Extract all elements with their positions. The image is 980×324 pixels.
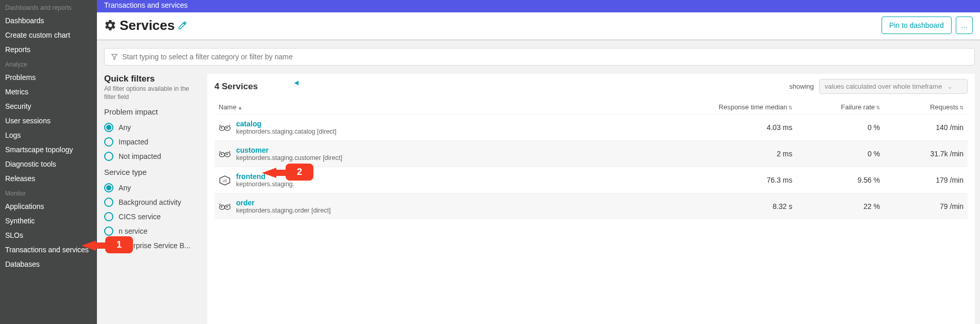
sidebar-item-smartscape[interactable]: Smartscape topology [0, 142, 97, 157]
sidebar-section-dashboards: Dashboards and reports [0, 0, 97, 13]
svg-marker-0 [112, 54, 118, 59]
sidebar-item-problems[interactable]: Problems [0, 70, 97, 85]
breadcrumb[interactable]: Transactions and services [104, 1, 188, 9]
collapse-filters-icon[interactable]: ◄ [293, 78, 300, 87]
sort-icon: ⇅ [788, 105, 792, 110]
edit-icon[interactable] [178, 21, 187, 30]
sidebar-section-monitor: Monitor [0, 186, 97, 199]
service-requests: 79 /min [880, 202, 968, 210]
services-header: 4 Services showing values calculated ove… [214, 79, 968, 94]
service-link[interactable]: customer [236, 146, 689, 154]
svg-point-13 [221, 206, 222, 207]
service-subtitle: keptnorders.staging.customer [direct] [236, 154, 689, 161]
svg-point-7 [221, 154, 222, 155]
radio-icon [104, 212, 113, 221]
page-header: Services Pin to dashboard … [97, 12, 980, 41]
service-link[interactable]: frontend [236, 172, 689, 181]
svg-point-8 [227, 154, 228, 155]
sidebar-item-dashboards[interactable]: Dashboards [0, 13, 97, 28]
filter-input[interactable] [122, 53, 968, 61]
sidebar-item-metrics[interactable]: Metrics [0, 85, 97, 99]
service-name-group: orderkeptnorders.staging.order [direct] [236, 199, 689, 214]
table-row[interactable]: JSfrontendkeptnorders.staging.76.3 ms9.5… [214, 167, 968, 193]
radio-not-impacted[interactable]: Not impacted [104, 149, 202, 164]
sidebar-item-security[interactable]: Security [0, 99, 97, 114]
col-response-time[interactable]: Response time median⇅ [689, 103, 792, 111]
service-type-icon [218, 148, 232, 159]
svg-text:JS: JS [223, 179, 227, 183]
sidebar-item-synthetic[interactable]: Synthetic [0, 214, 97, 228]
radio-type-esb[interactable]: Enterprise Service B... [104, 238, 202, 253]
col-requests[interactable]: Requests⇅ [880, 103, 968, 111]
quick-filters: Quick filters All filter options availab… [104, 74, 202, 324]
sidebar-item-releases[interactable]: Releases [0, 171, 97, 186]
quick-filters-subtitle: All filter options available in the filt… [104, 85, 202, 101]
service-failure-rate: 22 % [792, 202, 880, 210]
radio-impacted[interactable]: Impacted [104, 135, 202, 149]
radio-any-impact[interactable]: Any [104, 120, 202, 135]
sidebar: Dashboards and reports Dashboards Create… [0, 0, 97, 324]
more-button[interactable]: … [956, 17, 973, 34]
table-row[interactable]: catalogkeptnorders.staging.catalog [dire… [214, 114, 968, 140]
radio-type-cics[interactable]: CICS service [104, 209, 202, 224]
sidebar-item-diagnostic[interactable]: Diagnostic tools [0, 157, 97, 171]
showing-select[interactable]: values calculated over whole timeframe ⌄ [819, 79, 968, 94]
radio-icon [104, 152, 113, 161]
services-panel: 4 Services showing values calculated ove… [207, 74, 975, 324]
radio-type-any[interactable]: Any [104, 181, 202, 195]
service-name-group: catalogkeptnorders.staging.catalog [dire… [236, 120, 689, 135]
col-failure-rate[interactable]: Failure rate⇅ [792, 103, 880, 111]
radio-type-n-service[interactable]: n service [104, 224, 202, 238]
service-requests: 179 /min [880, 176, 968, 184]
filter-bar [104, 48, 975, 66]
service-subtitle: keptnorders.staging.catalog [direct] [236, 128, 689, 135]
main-area: Transactions and services Services Pin t… [97, 0, 980, 324]
header-buttons: Pin to dashboard … [882, 17, 973, 34]
sort-asc-icon: ▲ [238, 105, 243, 110]
sort-icon: ⇅ [959, 105, 964, 110]
table-row[interactable]: orderkeptnorders.staging.order [direct]8… [214, 193, 968, 219]
chevron-down-icon: ⌄ [947, 83, 953, 90]
radio-type-background[interactable]: Background activity [104, 195, 202, 209]
content-row: Quick filters All filter options availab… [97, 74, 980, 324]
sidebar-item-databases[interactable]: Databases [0, 257, 97, 271]
filter-input-wrap[interactable] [104, 48, 975, 66]
sort-icon: ⇅ [876, 105, 880, 110]
service-response-time: 8.32 s [689, 202, 792, 210]
table-row[interactable]: customerkeptnorders.staging.customer [di… [214, 140, 968, 167]
service-failure-rate: 9.56 % [792, 176, 880, 184]
sidebar-item-slos[interactable]: SLOs [0, 228, 97, 242]
table-head: Name▲ Response time median⇅ Failure rate… [214, 100, 968, 114]
sidebar-item-logs[interactable]: Logs [0, 128, 97, 142]
service-subtitle: keptnorders.staging.order [direct] [236, 207, 689, 214]
col-name[interactable]: Name▲ [214, 103, 689, 111]
page-title: Services [120, 18, 175, 34]
sidebar-item-reports[interactable]: Reports [0, 42, 97, 57]
sidebar-item-custom-chart[interactable]: Create custom chart [0, 28, 97, 42]
services-count: 4 Services [214, 82, 258, 92]
pin-button[interactable]: Pin to dashboard [882, 17, 952, 34]
breadcrumb-bar: Transactions and services [97, 0, 980, 12]
table-body: catalogkeptnorders.staging.catalog [dire… [214, 114, 968, 219]
gear-icon [104, 19, 117, 31]
sidebar-item-applications[interactable]: Applications [0, 199, 97, 214]
service-type-icon: JS [218, 174, 232, 186]
sidebar-item-user-sessions[interactable]: User sessions [0, 114, 97, 128]
service-link[interactable]: order [236, 199, 689, 207]
service-failure-rate: 0 % [792, 123, 880, 132]
title-group: Services [104, 18, 187, 34]
app-layout: Dashboards and reports Dashboards Create… [0, 0, 980, 324]
quick-filters-title: Quick filters [104, 74, 202, 84]
service-link[interactable]: catalog [236, 120, 689, 128]
radio-icon [104, 198, 113, 207]
service-requests: 31.7k /min [880, 150, 968, 158]
service-type-icon [218, 122, 232, 133]
sidebar-item-transactions[interactable]: Transactions and services [0, 242, 97, 257]
radio-icon [104, 226, 113, 236]
service-name-group: customerkeptnorders.staging.customer [di… [236, 146, 689, 161]
service-requests: 140 /min [880, 123, 968, 132]
radio-icon [104, 241, 113, 250]
service-failure-rate: 0 % [792, 150, 880, 158]
radio-icon [104, 123, 113, 132]
service-name-group: frontendkeptnorders.staging. [236, 172, 689, 188]
